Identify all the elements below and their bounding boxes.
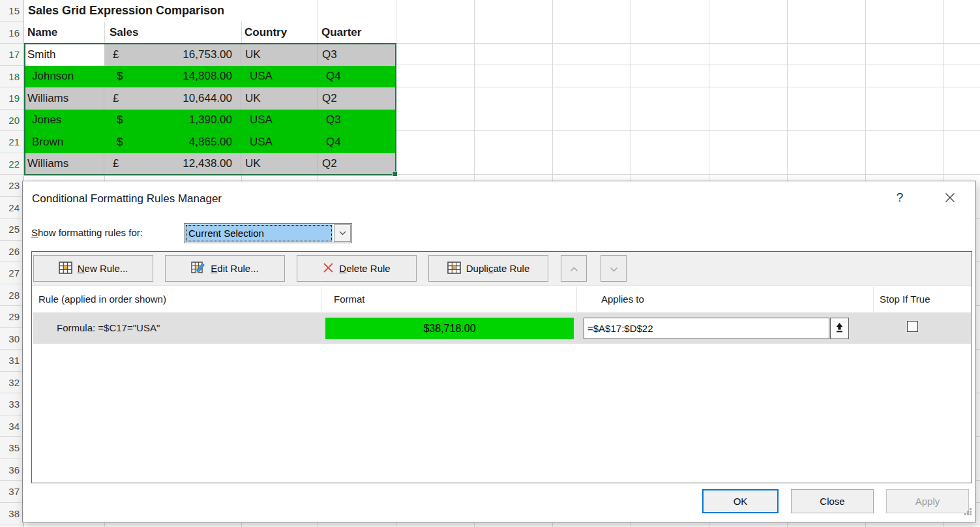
table-grid-icon <box>59 262 72 276</box>
ok-button[interactable]: OK <box>702 489 779 513</box>
row-header[interactable]: 33 <box>0 393 23 415</box>
close-button[interactable]: Close <box>791 489 874 513</box>
column-divider <box>873 287 874 312</box>
cell-sales[interactable]: £ 16,753.00 <box>104 44 241 66</box>
excel-screen: 15 16 17 18 19 20 21 22 23 24 25 26 27 2… <box>0 0 980 527</box>
cell-sales[interactable]: $ 4,865.00 <box>104 131 241 153</box>
cell-country[interactable]: UK <box>241 44 318 66</box>
table-pencil-icon <box>191 261 205 276</box>
row-header[interactable]: 31 <box>0 350 23 372</box>
row-header[interactable]: 36 <box>0 459 23 481</box>
row-header[interactable]: 23 <box>0 175 23 197</box>
row-header[interactable]: 16 <box>0 22 23 44</box>
cell-quarter[interactable]: Q3 <box>318 44 396 66</box>
row-header[interactable]: 26 <box>0 241 23 263</box>
row-header[interactable]: 15 <box>0 0 23 22</box>
cell-quarter[interactable]: Q2 <box>318 87 396 110</box>
collapse-arrow-icon <box>835 322 844 335</box>
resize-grip[interactable] <box>964 507 972 519</box>
show-rules-label: Show formatting rules for: <box>31 227 143 238</box>
chevron-down-icon[interactable] <box>334 224 351 242</box>
delete-rule-button[interactable]: Delete Rule <box>297 255 417 282</box>
dialog-title: Conditional Formatting Rules Manager <box>32 192 222 205</box>
apply-button[interactable]: Apply <box>886 489 969 513</box>
row-header[interactable]: 20 <box>0 110 23 132</box>
scope-dropdown-value: Current Selection <box>185 224 333 242</box>
column-header-name[interactable]: Name <box>24 22 104 44</box>
cell-name[interactable]: Brown <box>24 131 104 153</box>
row-header[interactable]: 22 <box>0 153 23 175</box>
cell-sales[interactable]: $ 14,808.00 <box>104 66 241 88</box>
stop-if-true-checkbox[interactable] <box>907 321 918 332</box>
applies-to-input[interactable] <box>584 318 829 339</box>
row-header[interactable]: 27 <box>0 262 23 284</box>
header-stop-if-true: Stop If True <box>880 294 930 305</box>
rules-list-header: Rule (applied in order shown) Format App… <box>32 285 972 313</box>
row-header[interactable]: 34 <box>0 415 23 438</box>
button-label: Delete Rule <box>339 263 390 274</box>
row-header[interactable]: 32 <box>0 372 23 394</box>
row-header[interactable]: 19 <box>0 87 23 110</box>
row-header[interactable]: 24 <box>0 197 23 219</box>
currency-symbol: $ <box>117 113 123 127</box>
amount: 10,644.00 <box>183 92 232 105</box>
cell-quarter[interactable]: Q3 <box>318 110 396 132</box>
cell-country[interactable]: USA <box>241 66 318 88</box>
cell-country[interactable]: UK <box>241 87 318 110</box>
column-header-quarter[interactable]: Quarter <box>318 22 396 44</box>
cell-name[interactable]: Smith <box>24 44 104 66</box>
rule-row[interactable]: Formula: =$C17="USA" $38,718.00 <box>33 312 971 344</box>
cell-country[interactable]: USA <box>241 110 318 132</box>
column-header-country[interactable]: Country <box>241 22 318 44</box>
cell-country[interactable]: UK <box>241 153 318 175</box>
cell-country[interactable]: USA <box>241 131 318 153</box>
cell-name[interactable]: Johnson <box>24 66 104 88</box>
rule-formula-text: Formula: =$C17="USA" <box>57 312 160 344</box>
row-header[interactable]: 35 <box>0 437 23 459</box>
edit-rule-button[interactable]: Edit Rule... <box>165 255 285 282</box>
row-header[interactable]: 38 <box>0 503 23 525</box>
header-row: Name Sales Country Quarter <box>24 22 396 44</box>
close-icon[interactable] <box>940 188 960 207</box>
amount: 16,753.00 <box>183 48 232 61</box>
cell-quarter[interactable]: Q4 <box>318 131 396 153</box>
move-rule-up-button[interactable] <box>561 255 587 282</box>
row-header[interactable]: 28 <box>0 284 23 307</box>
cf-rules-manager-dialog: Conditional Formatting Rules Manager ? S… <box>22 181 976 522</box>
cell-quarter[interactable]: Q4 <box>318 66 396 88</box>
new-rule-button[interactable]: New Rule... <box>33 255 153 282</box>
column-header-sales[interactable]: Sales <box>104 22 241 44</box>
currency-symbol: £ <box>113 92 119 105</box>
cell-quarter[interactable]: Q2 <box>318 153 396 175</box>
cell-name[interactable]: Jones <box>24 110 104 132</box>
help-icon[interactable]: ? <box>891 189 908 206</box>
cell-sales[interactable]: £ 10,644.00 <box>104 87 241 110</box>
move-rule-down-button[interactable] <box>601 255 627 282</box>
table-grid-icon <box>447 262 461 276</box>
currency-symbol: £ <box>113 48 119 61</box>
collapse-dialog-button[interactable] <box>830 318 849 339</box>
row-header[interactable]: 30 <box>0 328 23 350</box>
table-row: Jones $ 1,390.00 USA Q3 <box>24 110 396 132</box>
table-row: Williams £ 12,438.00 UK Q2 <box>24 153 396 175</box>
amount: 14,808.00 <box>183 70 232 83</box>
header-rule: Rule (applied in order shown) <box>38 294 166 305</box>
cell-name[interactable]: Williams <box>24 87 104 110</box>
row-header[interactable]: 29 <box>0 306 23 328</box>
currency-symbol: $ <box>117 136 123 149</box>
button-label: New Rule... <box>78 263 128 274</box>
row-header[interactable]: 21 <box>0 131 23 153</box>
scope-dropdown[interactable]: Current Selection <box>184 223 352 243</box>
duplicate-rule-button[interactable]: Duplicate Rule <box>428 255 548 282</box>
row-header[interactable]: 37 <box>0 481 23 503</box>
row-header[interactable]: 25 <box>0 218 23 241</box>
currency-symbol: £ <box>113 157 119 170</box>
table-row: Smith £ 16,753.00 UK Q3 <box>24 44 396 66</box>
cell-sales[interactable]: $ 1,390.00 <box>104 110 241 132</box>
header-applies-to: Applies to <box>601 294 644 305</box>
cell-name[interactable]: Williams <box>24 153 104 175</box>
chevron-down-icon <box>610 263 618 274</box>
row-header[interactable]: 17 <box>0 44 23 66</box>
row-header[interactable]: 18 <box>0 66 23 88</box>
cell-sales[interactable]: £ 12,438.00 <box>104 153 241 175</box>
